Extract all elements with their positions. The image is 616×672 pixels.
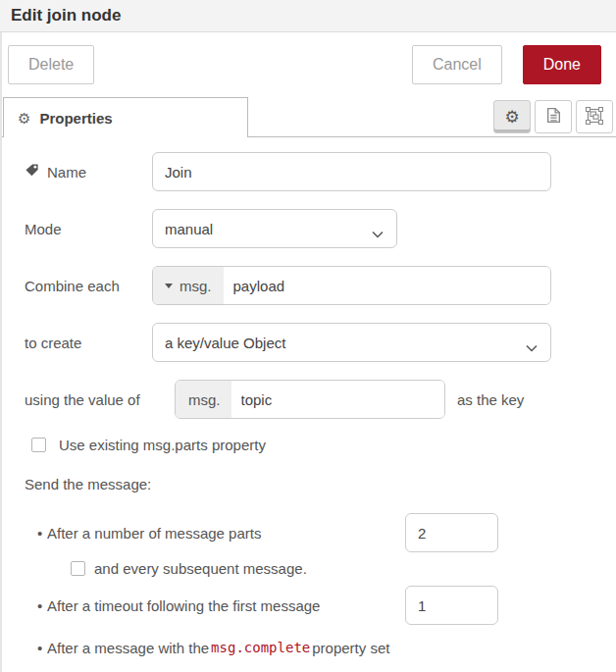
combine-row: Combine each msg. — [0, 266, 616, 305]
key-prefix-label: msg. — [176, 381, 231, 418]
to-create-row: to create a key/value Object — [0, 323, 616, 362]
timeout-label: After a timeout following the first mess… — [47, 597, 320, 614]
gear-icon: ⚙ — [18, 111, 30, 126]
object-group-icon — [586, 107, 603, 128]
tab-bar: ⚙ Properties ⚙ — [0, 97, 616, 137]
name-label: Name — [47, 164, 86, 181]
combine-label: Combine each — [25, 278, 152, 294]
tab-properties[interactable]: ⚙ Properties — [3, 97, 248, 137]
description-tab-button[interactable] — [535, 100, 572, 133]
done-button[interactable]: Done — [523, 45, 601, 84]
cancel-button[interactable]: Cancel — [412, 45, 502, 84]
mode-select-wrap: manual — [152, 209, 397, 248]
key-suffix-label: as the key — [457, 391, 524, 408]
to-create-label: to create — [25, 335, 152, 351]
to-create-select[interactable]: a key/value Object — [152, 323, 551, 362]
combine-type-label: msg. — [180, 278, 212, 294]
caret-down-icon — [165, 284, 173, 288]
tab-properties-label: Properties — [39, 110, 112, 127]
name-label-group: Name — [25, 163, 152, 181]
name-input[interactable] — [152, 152, 551, 191]
combine-type-button[interactable]: msg. — [153, 267, 224, 304]
tag-icon — [25, 163, 39, 181]
send-heading: Send the message: — [0, 476, 616, 493]
use-parts-label: Use existing msg.parts property — [59, 437, 266, 453]
key-typed-input: msg. — [175, 380, 445, 419]
mode-row: Mode manual — [0, 209, 616, 248]
timeout-input[interactable] — [405, 586, 498, 625]
appearance-tab-button[interactable] — [576, 100, 613, 133]
combine-value-input[interactable] — [224, 267, 550, 304]
properties-form: Name Mode manual Combine each msg. to cr… — [0, 137, 616, 658]
key-row: using the value of msg. as the key — [0, 380, 616, 419]
mode-select[interactable]: manual — [152, 209, 397, 248]
timeout-row: After a timeout following the first mess… — [0, 586, 616, 625]
use-parts-checkbox[interactable] — [31, 438, 46, 452]
subsequent-label: and every subsequent message. — [94, 560, 307, 577]
count-row: After a number of message parts — [0, 513, 616, 552]
count-input[interactable] — [405, 513, 498, 552]
properties-tab-button[interactable]: ⚙ — [493, 100, 531, 133]
document-icon — [546, 107, 561, 127]
complete-label-after: property set — [312, 640, 389, 656]
name-row: Name — [0, 152, 616, 191]
count-label: After a number of message parts — [47, 525, 261, 542]
complete-label-before: After a message with the — [47, 640, 209, 656]
dialog-button-bar: Delete Cancel Done — [0, 32, 616, 97]
mode-label: Mode — [25, 221, 152, 237]
to-create-select-wrap: a key/value Object — [152, 323, 551, 362]
combine-typed-input: msg. — [152, 266, 551, 305]
key-label: using the value of — [25, 391, 175, 408]
tab-action-buttons: ⚙ — [493, 97, 616, 136]
dialog-title: Edit join node — [0, 0, 616, 32]
gear-icon: ⚙ — [504, 109, 519, 126]
complete-row: After a message with the msg.complete pr… — [0, 637, 616, 658]
msg-complete-code: msg.complete — [209, 640, 312, 655]
subsequent-row: and every subsequent message. — [0, 560, 616, 576]
use-parts-row: Use existing msg.parts property — [0, 437, 616, 452]
subsequent-checkbox[interactable] — [71, 561, 85, 576]
dialog-left-edge — [0, 32, 2, 672]
key-value-input[interactable] — [231, 381, 444, 418]
delete-button[interactable]: Delete — [8, 45, 94, 84]
